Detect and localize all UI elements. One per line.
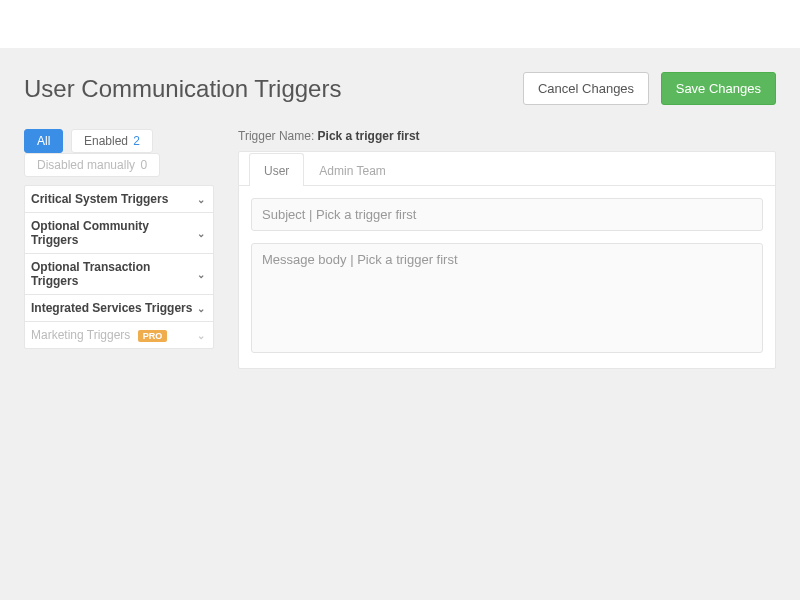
action-buttons: Cancel Changes Save Changes (515, 72, 776, 105)
chevron-down-icon: ⌄ (197, 228, 205, 239)
filter-enabled-label: Enabled (84, 134, 128, 148)
trigger-panel: User Admin Team (238, 151, 776, 369)
page-title: User Communication Triggers (24, 75, 341, 103)
top-bar (0, 0, 800, 48)
section-label: Marketing Triggers (31, 328, 130, 342)
chevron-down-icon: ⌄ (197, 330, 205, 341)
filter-disabled[interactable]: Disabled manually 0 (24, 153, 160, 177)
tab-admin-team[interactable]: Admin Team (304, 153, 400, 186)
pro-badge: PRO (138, 330, 168, 342)
trigger-name-label: Trigger Name: (238, 129, 318, 143)
panel-body (239, 186, 775, 368)
filter-disabled-label: Disabled manually (37, 158, 135, 172)
filter-enabled-count: 2 (133, 134, 140, 148)
chevron-down-icon: ⌄ (197, 194, 205, 205)
message-body-input[interactable] (251, 243, 763, 353)
trigger-name-row: Trigger Name: Pick a trigger first (238, 129, 776, 143)
tab-user[interactable]: User (249, 153, 304, 186)
section-label: Integrated Services Triggers (31, 301, 192, 315)
chevron-down-icon: ⌄ (197, 303, 205, 314)
section-services[interactable]: Integrated Services Triggers ⌄ (25, 295, 213, 322)
right-column: Trigger Name: Pick a trigger first User … (238, 129, 776, 369)
filter-pills: All Enabled 2 Disabled manually 0 (24, 129, 214, 177)
filter-enabled[interactable]: Enabled 2 (71, 129, 153, 153)
filter-all[interactable]: All (24, 129, 63, 153)
trigger-sections: Critical System Triggers ⌄ Optional Comm… (24, 185, 214, 349)
header: User Communication Triggers Cancel Chang… (24, 72, 776, 105)
subject-input[interactable] (251, 198, 763, 231)
section-label: Critical System Triggers (31, 192, 168, 206)
section-transaction[interactable]: Optional Transaction Triggers ⌄ (25, 254, 213, 295)
filter-all-label: All (37, 134, 50, 148)
trigger-name-value: Pick a trigger first (318, 129, 420, 143)
section-label: Optional Community Triggers (31, 219, 197, 247)
section-critical[interactable]: Critical System Triggers ⌄ (25, 186, 213, 213)
section-marketing[interactable]: Marketing Triggers PRO ⌄ (25, 322, 213, 348)
tabs: User Admin Team (239, 152, 775, 186)
filter-disabled-count: 0 (140, 158, 147, 172)
chevron-down-icon: ⌄ (197, 269, 205, 280)
left-column: All Enabled 2 Disabled manually 0 Critic… (24, 129, 214, 369)
cancel-button[interactable]: Cancel Changes (523, 72, 649, 105)
section-label: Optional Transaction Triggers (31, 260, 197, 288)
save-button[interactable]: Save Changes (661, 72, 776, 105)
section-community[interactable]: Optional Community Triggers ⌄ (25, 213, 213, 254)
